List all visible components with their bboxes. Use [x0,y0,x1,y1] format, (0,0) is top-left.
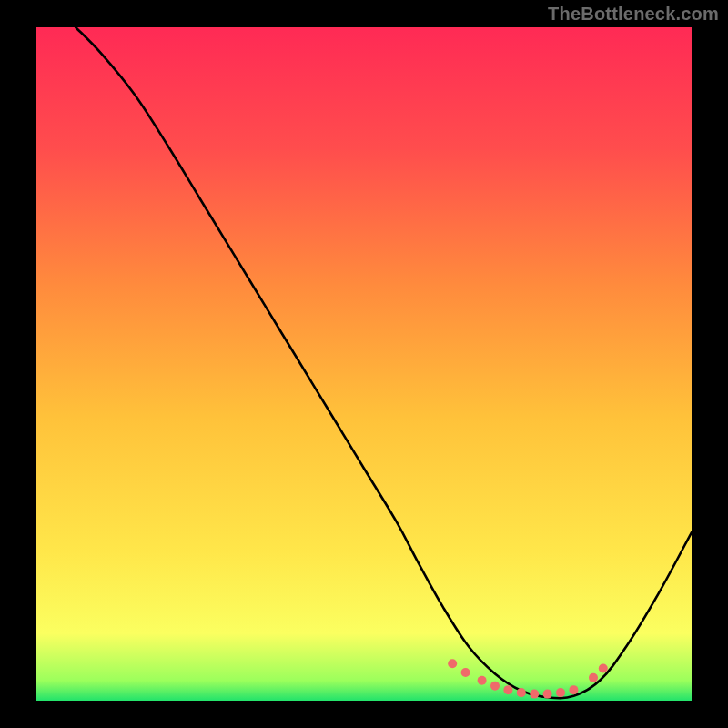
marker-dot [503,685,512,694]
gradient-background [36,27,692,701]
marker-dot [589,673,598,682]
marker-dot [461,668,470,677]
marker-dot [517,688,526,697]
marker-dot [448,659,457,668]
chart-container: TheBottleneck.com [0,0,728,728]
marker-dot [569,685,578,694]
marker-dot [556,688,565,697]
marker-dot [599,663,608,672]
watermark-text: TheBottleneck.com [548,4,719,25]
plot-area [36,27,692,701]
marker-dot [478,676,487,685]
marker-dot [530,690,539,699]
marker-dot [490,682,500,691]
marker-dot [543,690,552,699]
chart-svg [36,27,692,701]
